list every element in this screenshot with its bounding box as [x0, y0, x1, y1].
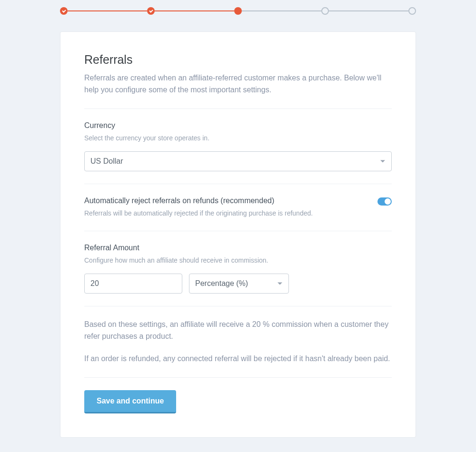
- referral-type-select[interactable]: Percentage (%): [189, 274, 289, 294]
- wizard-stepper: [60, 7, 416, 15]
- referral-amount-hint: Configure how much an affiliate should r…: [84, 256, 392, 265]
- currency-hint: Select the currency your store operates …: [84, 134, 392, 143]
- step-line: [329, 10, 408, 11]
- currency-label: Currency: [84, 121, 392, 130]
- currency-section: Currency Select the currency your store …: [84, 109, 392, 184]
- auto-reject-label: Automatically reject referrals on refund…: [84, 197, 368, 205]
- auto-reject-section: Automatically reject referrals on refund…: [84, 184, 392, 231]
- step-line: [68, 10, 147, 11]
- summary-line-2: If an order is refunded, any connected r…: [84, 353, 392, 365]
- referral-amount-label: Referral Amount: [84, 244, 392, 252]
- summary-line-1: Based on these settings, an affiliate wi…: [84, 319, 392, 343]
- settings-card: Referrals Referrals are created when an …: [60, 31, 416, 438]
- referral-amount-input[interactable]: [84, 274, 182, 294]
- step-4-dot[interactable]: [321, 7, 329, 15]
- auto-reject-hint: Referrals will be automatically rejected…: [84, 209, 368, 218]
- step-line: [155, 10, 234, 11]
- currency-select[interactable]: US Dollar: [84, 151, 392, 171]
- step-3-dot[interactable]: [234, 7, 242, 15]
- save-continue-button[interactable]: Save and continue: [84, 390, 176, 413]
- summary-section: Based on these settings, an affiliate wi…: [84, 306, 392, 364]
- auto-reject-toggle[interactable]: [377, 197, 392, 206]
- step-line: [242, 10, 321, 11]
- step-2-dot[interactable]: [147, 7, 155, 15]
- step-1-dot[interactable]: [60, 7, 68, 15]
- step-5-dot[interactable]: [408, 7, 416, 15]
- referral-amount-section: Referral Amount Configure how much an af…: [84, 231, 392, 306]
- page-intro: Referrals are created when an affiliate-…: [84, 72, 392, 96]
- page-title: Referrals: [84, 53, 392, 67]
